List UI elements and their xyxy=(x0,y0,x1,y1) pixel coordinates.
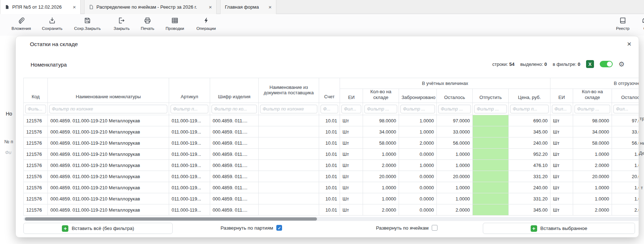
column-header-unit2[interactable]: ЕИ xyxy=(550,89,573,103)
toolbar-label: Закрыть xyxy=(114,26,130,31)
cell-account: 10.01 xyxy=(319,160,340,171)
cell-release[interactable] xyxy=(473,171,509,182)
document-icon xyxy=(89,5,94,9)
column-filter-input[interactable] xyxy=(575,105,610,113)
table-row[interactable]: 121576000.4859. 011.000-119-210 Металлор… xyxy=(24,160,639,171)
column-header-name[interactable]: Наименование номенклатуры xyxy=(48,78,169,103)
table-row[interactable]: 121576000.4859. 011.000-119-210 Металлор… xyxy=(24,204,639,216)
toolbar-button-close[interactable]: Закрыть xyxy=(109,17,134,31)
expand-cells-checkbox[interactable] xyxy=(432,225,437,231)
filter-cell xyxy=(612,103,639,115)
cell-remaining2: 56.0000 xyxy=(612,137,639,149)
column-filter-input[interactable] xyxy=(438,105,471,113)
column-header-price[interactable]: Цена, руб. xyxy=(509,89,550,103)
expand-batches-option[interactable]: Развернуть по партиям xyxy=(221,225,282,231)
insert-selected-button[interactable]: + Вставить выбранное xyxy=(483,223,635,234)
toolbar-button-save-close[interactable]: Сохр.Закрыть xyxy=(72,17,103,31)
cell-release[interactable] xyxy=(473,115,509,126)
column-filter-input[interactable] xyxy=(552,105,571,113)
cell-release[interactable] xyxy=(473,160,509,171)
column-header-supplier_doc_name[interactable]: Наименование из документа поставщика xyxy=(259,78,319,103)
cell-reserved: 1.0000 xyxy=(399,115,437,126)
cell-unit: Шт xyxy=(340,204,363,216)
gear-icon[interactable]: ⚙ xyxy=(618,61,625,68)
table-row[interactable]: 121576000.4859. 011.000-119-210 Металлор… xyxy=(24,182,639,193)
horizontal-scrollbar[interactable] xyxy=(23,217,639,221)
table-row[interactable]: 121576000.4859. 011.000-119-210 Металлор… xyxy=(24,193,639,204)
tab-rpya[interactable]: РПЯ №5 от 12.02.2026 × xyxy=(0,0,81,14)
column-header-qty_in_stock2[interactable]: Кол-во на складе xyxy=(573,89,612,103)
table-row[interactable]: 121576000.4859. 011.000-119-210 Металлор… xyxy=(24,149,639,160)
table-row[interactable]: 121576000.4859. 011.000-119-210 Металлор… xyxy=(24,115,639,126)
cell-release[interactable] xyxy=(473,126,509,137)
cell-code: 121576 xyxy=(24,193,48,204)
tab-close-icon[interactable]: × xyxy=(207,4,212,10)
column-filter-input[interactable] xyxy=(25,105,46,113)
cell-qty_in_stock: 2.0000 xyxy=(363,204,399,216)
cell-release[interactable] xyxy=(473,149,509,160)
cell-qty_in_stock: 20.0000 xyxy=(363,171,399,182)
column-filter-input[interactable] xyxy=(321,105,338,113)
dialog-close-icon[interactable]: × xyxy=(627,39,631,49)
table-row[interactable]: 121576000.4859. 011.000-119-210 Металлор… xyxy=(24,171,639,182)
toolbar-label: Сохранить xyxy=(42,26,62,31)
column-filter-input[interactable] xyxy=(260,105,317,113)
toolbar-button-cut[interactable]: О xyxy=(632,17,644,31)
cell-article: 011.000-119... xyxy=(169,204,210,216)
column-header-unit[interactable]: ЕИ xyxy=(340,89,363,103)
column-filter-input[interactable] xyxy=(341,105,361,113)
cell-qty_in_stock2: 1.0000 xyxy=(573,193,612,204)
column-filter-input[interactable] xyxy=(212,105,257,113)
cell-supplier_doc_name xyxy=(259,160,319,171)
column-filter-input[interactable] xyxy=(171,105,208,113)
cell-account: 10.01 xyxy=(319,137,340,149)
cell-cipher: 000.4859. 011.... xyxy=(210,137,259,149)
tab-distribution-registry[interactable]: Распределение по ячейкам - Реестр за 202… xyxy=(84,0,217,14)
column-filter-input[interactable] xyxy=(474,105,507,113)
expand-batches-label: Развернуть по партиям xyxy=(221,225,273,231)
toolbar-button-print[interactable]: Печать xyxy=(135,17,160,31)
table-row[interactable]: 121576000.4859. 011.000-119-210 Металлор… xyxy=(24,137,639,149)
scrollbar-thumb[interactable] xyxy=(25,217,317,221)
table-row[interactable]: 121576000.4859. 011.000-119-210 Металлор… xyxy=(24,126,639,137)
insert-all-button[interactable]: + Вставить всё (без фильтра) xyxy=(23,223,173,234)
cell-release[interactable] xyxy=(473,182,509,193)
toolbar-button-attachments[interactable]: Вложения xyxy=(9,17,34,31)
cell-price: 690.00 xyxy=(509,115,550,126)
cell-release[interactable] xyxy=(473,204,509,216)
column-header-remaining[interactable]: Осталось xyxy=(437,89,473,103)
excel-export-button[interactable]: X xyxy=(586,60,594,68)
column-filter-input[interactable] xyxy=(364,105,397,113)
column-header-code[interactable]: Код xyxy=(24,78,48,103)
cell-release[interactable] xyxy=(473,137,509,149)
column-header-reserved[interactable]: Забронировано xyxy=(399,89,437,103)
column-header-cipher[interactable]: Шифр изделия xyxy=(210,78,259,103)
cell-unit2: Шт xyxy=(550,160,573,171)
column-header-remaining2[interactable]: Осталось xyxy=(612,89,639,103)
toolbar-button-operations[interactable]: Операции xyxy=(194,17,219,31)
cell-account: 10.01 xyxy=(319,126,340,137)
toolbar-button-save[interactable]: Сохранить xyxy=(40,17,65,31)
cell-unit: Шт xyxy=(340,182,363,193)
column-header-release[interactable]: Отпустить xyxy=(473,89,509,103)
column-filter-input[interactable] xyxy=(49,105,167,113)
column-header-qty_in_stock[interactable]: Кол-во на складе xyxy=(363,89,399,103)
column-filter-input[interactable] xyxy=(400,105,435,113)
column-filter-input[interactable] xyxy=(613,105,639,113)
tab-close-icon[interactable]: × xyxy=(266,4,272,10)
expand-batches-checkbox[interactable] xyxy=(276,225,282,231)
expand-cells-option[interactable]: Развернуть по ячейкам xyxy=(376,225,437,231)
cell-qty_in_stock: 34.0000 xyxy=(363,126,399,137)
toolbar-button-postings[interactable]: Проводки xyxy=(162,17,187,31)
view-toggle[interactable] xyxy=(600,61,613,67)
column-header-article[interactable]: Артикул xyxy=(169,78,210,103)
tab-close-icon[interactable]: × xyxy=(71,4,76,10)
column-filter-input[interactable] xyxy=(510,105,549,113)
save-icon xyxy=(48,17,56,25)
toolbar-button-registry[interactable]: Реестр xyxy=(610,17,635,31)
cell-release[interactable] xyxy=(473,193,509,204)
column-header-account[interactable]: Счет xyxy=(319,78,340,103)
tab-main-form[interactable]: Главная форма × xyxy=(220,0,276,14)
cell-remaining: 33.0000 xyxy=(437,126,473,137)
cell-code: 121576 xyxy=(24,171,48,182)
